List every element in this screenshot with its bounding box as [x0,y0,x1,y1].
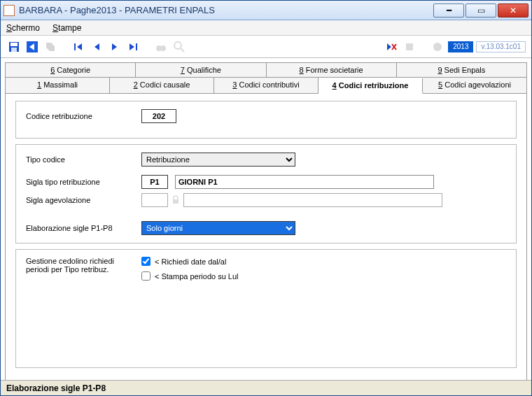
label-sigla-agevolazione: Sigla agevolazione [26,196,141,204]
year-badge: 2013 [448,41,473,52]
input-sigla-tipo[interactable] [141,175,168,189]
tab-codici-retribuzione[interactable]: 4 Codici retribuzione [318,78,423,94]
next-icon[interactable] [107,39,122,55]
select-tipo-codice[interactable]: Retribuzione [141,153,295,167]
input-codice-retribuzione[interactable] [141,109,176,123]
close-button[interactable]: ✕ [498,3,528,17]
app-icon [4,5,15,16]
input-sigla-tipo-desc[interactable] [175,175,434,189]
svg-rect-5 [74,43,76,50]
svg-rect-10 [136,43,137,50]
application-window: BARBARA - Paghe2013 - PARAMETRI ENPALS ━… [0,0,532,396]
form-area: Codice retribuzione Tipo codice Retribuz… [6,94,526,381]
statusbar: Elaborazione sigle P1-P8 [1,380,531,395]
record-icon[interactable] [430,39,445,55]
titlebar: BARBARA - Paghe2013 - PARAMETRI ENPALS ━… [1,1,531,20]
svg-marker-6 [77,43,82,50]
tab-codici-agevolazioni[interactable]: 5 Codici agevolazioni [423,78,526,93]
fieldset-codice: Codice retribuzione [15,101,517,139]
last-icon[interactable] [125,39,141,55]
tab-row-top: 6 Categorie 7 Qualifiche 8 Forme societa… [6,63,526,78]
label-sigla-tipo: Sigla tipo retribuzione [26,178,141,186]
svg-rect-2 [11,48,17,52]
tab-categorie[interactable]: 6 Categorie [6,63,136,77]
stop-icon[interactable] [402,39,417,55]
input-sigla-agev[interactable] [141,193,168,207]
svg-point-19 [433,43,442,51]
svg-marker-9 [130,43,134,50]
tab-massimali[interactable]: 1 Massimali [6,78,110,93]
label-tipo-codice: Tipo codice [26,155,141,164]
checkbox-richiedi-date[interactable] [141,257,150,266]
tab-row-bottom: 1 Massimali 2 Codici causale 3 Codici co… [6,78,526,94]
fieldset-gestione: Gestione cedolino richiedi periodi per T… [15,249,517,368]
save-icon[interactable] [6,39,22,55]
tab-qualifiche[interactable]: 7 Qualifiche [136,63,266,77]
maximize-button[interactable]: ▭ [465,3,496,17]
window-title: BARBARA - Paghe2013 - PARAMETRI ENPALS [19,5,433,15]
menu-stampe[interactable]: Stampe [52,23,81,33]
tab-codici-causale[interactable]: 2 Codici causale [110,78,214,93]
search-icon[interactable] [172,39,187,55]
menubar: Schermo Stampe [1,20,531,36]
window-controls: ━ ▭ ✕ [433,3,528,17]
svg-rect-1 [10,43,18,46]
lock-icon [171,195,181,205]
label-elaborazione: Elaborazione sigle P1-P8 [26,224,141,232]
label-codice-retribuzione: Codice retribuzione [26,112,141,120]
tab-forme-societarie[interactable]: 8 Forme societarie [267,63,397,77]
select-elaborazione[interactable]: Solo giorni [141,221,295,235]
svg-marker-15 [387,43,391,50]
first-icon[interactable] [71,39,86,55]
checkbox-stampa-periodo[interactable] [141,271,150,281]
back-icon[interactable] [24,39,40,55]
prev-icon[interactable] [89,39,104,55]
skip-delete-icon[interactable] [384,39,399,55]
svg-line-14 [181,48,184,52]
svg-point-13 [174,42,181,49]
label-checkbox-richiedi-date: < Richiedi date dal/al [155,257,226,266]
minimize-button[interactable]: ━ [433,3,464,17]
tab-container: 6 Categorie 7 Qualifiche 8 Forme societa… [5,62,527,381]
binoculars-icon[interactable] [153,39,169,55]
toolbar: 2013 v.13.03.1c01 [1,36,531,58]
version-badge: v.13.03.1c01 [476,41,526,52]
tag-icon[interactable] [43,39,58,55]
label-checkbox-stampa-periodo: < Stampa periodo su Lul [155,272,239,281]
tab-codici-contributivi[interactable]: 3 Codici contributivi [214,78,318,93]
input-sigla-agev-desc[interactable] [183,193,442,207]
svg-marker-7 [94,43,99,50]
svg-point-12 [160,45,166,51]
svg-rect-20 [173,199,178,204]
svg-marker-8 [112,43,117,50]
tab-sedi-enpals[interactable]: 9 Sedi Enpals [397,63,526,77]
fieldset-tipo: Tipo codice Retribuzione Sigla tipo retr… [15,144,517,243]
menu-schermo[interactable]: Schermo [6,23,40,33]
svg-rect-18 [406,43,413,50]
status-text: Elaborazione sigle P1-P8 [6,383,106,393]
label-gestione-cedolino: Gestione cedolino richiedi periodi per T… [26,257,141,286]
